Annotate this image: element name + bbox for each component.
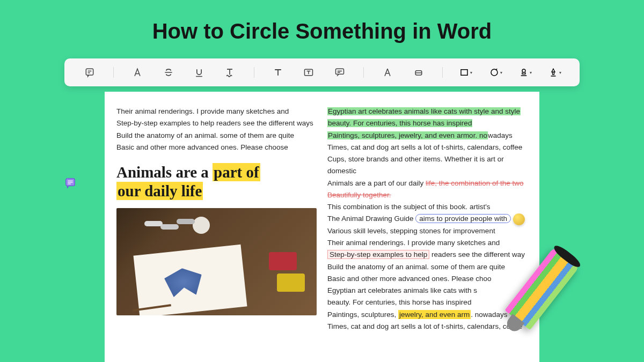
separator bbox=[254, 67, 254, 78]
squiggle-underline-icon[interactable] bbox=[223, 65, 237, 79]
stamp-button[interactable]: ▾ bbox=[519, 68, 532, 77]
article-heading: Animals are a part of our daily life bbox=[116, 163, 317, 201]
svg-rect-0 bbox=[86, 69, 93, 75]
text-icon[interactable] bbox=[271, 65, 285, 79]
page-title: How to Circle Something in Word bbox=[0, 0, 644, 58]
body-text: Their animal renderings. I provide many … bbox=[116, 106, 317, 117]
pencil-icon[interactable] bbox=[380, 65, 394, 79]
body-text: This combination is the subject of this … bbox=[327, 201, 528, 213]
margin-note-icon[interactable] bbox=[64, 177, 76, 189]
green-highlight: beauty. For centuries, this horse has in… bbox=[327, 119, 472, 127]
annotation-toolbar: ▾ ▾ ▾ ▾ bbox=[64, 58, 580, 86]
eraser-icon[interactable] bbox=[412, 65, 426, 79]
callout-icon[interactable] bbox=[333, 65, 347, 79]
yellow-highlight: our daily life bbox=[116, 182, 203, 200]
yellow-highlight: jewelry, and even arm bbox=[398, 310, 471, 319]
svg-point-5 bbox=[491, 69, 497, 76]
textbox-icon[interactable] bbox=[302, 65, 316, 79]
circled-text: aims to provide people with bbox=[415, 214, 511, 223]
body-text: Step-by-step examples to help readers se… bbox=[116, 117, 317, 129]
article-photo bbox=[116, 208, 317, 315]
body-text: Times, cat and dog art sells a lot of t-… bbox=[327, 142, 528, 153]
green-highlight: Egyptian art celebrates animals like cat… bbox=[327, 107, 521, 115]
chevron-down-icon: ▾ bbox=[530, 70, 532, 75]
green-highlight: Paintings, sculptures, jewelry, and even… bbox=[327, 131, 488, 139]
note-icon[interactable] bbox=[83, 65, 97, 79]
separator bbox=[363, 67, 364, 78]
svg-rect-2 bbox=[335, 69, 343, 74]
separator bbox=[442, 67, 443, 78]
underline-icon[interactable] bbox=[192, 65, 206, 79]
strikethrough-icon[interactable] bbox=[162, 65, 175, 79]
chevron-down-icon: ▾ bbox=[500, 70, 502, 75]
yellow-highlight: part of bbox=[213, 163, 260, 181]
rectangle-shape-button[interactable]: ▾ bbox=[459, 68, 472, 77]
circle-shape-button[interactable]: ▾ bbox=[489, 68, 502, 77]
signature-button[interactable]: ▾ bbox=[548, 68, 561, 77]
left-column: Their animal renderings. I provide many … bbox=[116, 106, 317, 362]
body-text: Cups, store brands and other items. Whet… bbox=[327, 153, 528, 178]
svg-point-6 bbox=[522, 69, 525, 72]
chevron-down-icon: ▾ bbox=[559, 70, 561, 75]
highlighter-icon[interactable] bbox=[130, 65, 144, 79]
body-text: Various skill levels, stepping stones fo… bbox=[327, 225, 528, 237]
sphere-decoration bbox=[513, 213, 525, 225]
body-text: Basic and other more advanced ones. Plea… bbox=[116, 142, 317, 153]
separator bbox=[113, 67, 114, 78]
document-page: Their animal renderings. I provide many … bbox=[105, 92, 539, 362]
pink-box-highlight: Step-by-step examples to help bbox=[327, 250, 429, 259]
strikethrough-text: Beautifully together. bbox=[327, 191, 391, 199]
strikethrough-text: life, the combination of the two bbox=[426, 179, 523, 187]
highlighter-pen-decoration bbox=[494, 244, 590, 341]
body-text: Build the anatomy of an animal. some of … bbox=[116, 130, 317, 142]
chevron-down-icon: ▾ bbox=[470, 70, 472, 75]
svg-rect-4 bbox=[461, 70, 467, 76]
